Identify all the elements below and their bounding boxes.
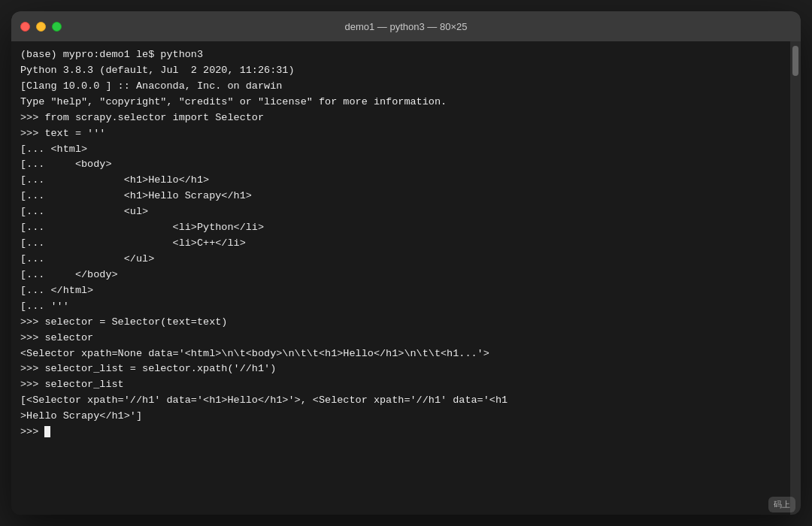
- maximize-button[interactable]: [52, 22, 62, 32]
- watermark-text: 码上: [774, 500, 790, 509]
- terminal-line: [... <li>Python</li>: [20, 220, 781, 236]
- scrollbar-thumb[interactable]: [792, 46, 798, 76]
- watermark: 码上: [768, 497, 795, 512]
- scrollbar[interactable]: [790, 41, 801, 515]
- terminal-line: [<Selector xpath='//h1' data='<h1>Hello<…: [20, 393, 781, 409]
- terminal-line: >>> from scrapy.selector import Selector: [20, 110, 781, 126]
- terminal-line: [... <body>: [20, 157, 781, 173]
- terminal-line: [... <li>C++</li>: [20, 236, 781, 252]
- minimize-button[interactable]: [36, 22, 46, 32]
- terminal-line: Python 3.8.3 (default, Jul 2 2020, 11:26…: [20, 63, 781, 79]
- titlebar: demo1 — python3 — 80×25: [11, 11, 801, 41]
- terminal-line: >>> selector_list: [20, 377, 781, 393]
- terminal-line: Type "help", "copyright", "credits" or "…: [20, 95, 781, 110]
- terminal-line: [Clang 10.0.0 ] :: Anaconda, Inc. on dar…: [20, 79, 781, 95]
- terminal-line: [... <ul>: [20, 204, 781, 220]
- terminal-line: [... </html>: [20, 283, 781, 299]
- terminal-window: demo1 — python3 — 80×25 (base) mypro:dem…: [11, 11, 801, 515]
- terminal-body: (base) mypro:demo1 le$ python3Python 3.8…: [11, 41, 801, 515]
- terminal-line: >>>: [20, 425, 781, 440]
- terminal-line: [... <html>: [20, 142, 781, 158]
- terminal-line: [... <h1>Hello Scrapy</h1>: [20, 189, 781, 204]
- terminal-line: >>> selector = Selector(text=text): [20, 315, 781, 331]
- terminal-line: [... <h1>Hello</h1>: [20, 173, 781, 189]
- traffic-lights: [20, 22, 62, 32]
- terminal-line: >Hello Scrapy</h1>']: [20, 409, 781, 425]
- terminal-line: <Selector xpath=None data='<html>\n\t<bo…: [20, 346, 781, 362]
- terminal-line: >>> selector_list = selector.xpath('//h1…: [20, 361, 781, 377]
- terminal-line: >>> selector: [20, 331, 781, 346]
- terminal-line: [... </ul>: [20, 252, 781, 268]
- terminal-output[interactable]: (base) mypro:demo1 le$ python3Python 3.8…: [11, 41, 790, 515]
- close-button[interactable]: [20, 22, 30, 32]
- terminal-cursor: [44, 426, 50, 437]
- terminal-line: >>> text = ''': [20, 126, 781, 142]
- terminal-line: [... ''': [20, 299, 781, 315]
- terminal-line: [... </body>: [20, 268, 781, 283]
- window-title: demo1 — python3 — 80×25: [345, 21, 468, 32]
- terminal-line: (base) mypro:demo1 le$ python3: [20, 47, 781, 63]
